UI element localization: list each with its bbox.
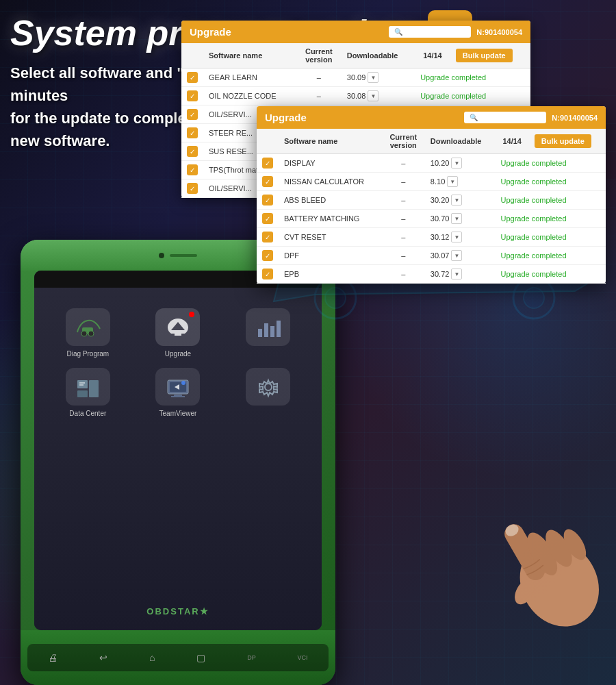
- dropdown-btn[interactable]: ▼: [451, 195, 462, 206]
- status-cell: Upgrade completed: [496, 173, 606, 191]
- dropdown-btn[interactable]: ▼: [451, 269, 462, 279]
- check-cell[interactable]: ✓: [257, 191, 279, 210]
- name-col-header-front: Software name: [279, 129, 382, 154]
- checkbox: ✓: [187, 109, 198, 120]
- check-cell[interactable]: ✓: [257, 173, 279, 191]
- check-cell[interactable]: ✓: [257, 228, 279, 247]
- check-cell[interactable]: ✓: [257, 247, 279, 265]
- downloadable-cell: 30.07▼: [425, 247, 496, 265]
- upgrade-title-front: Upgrade: [265, 112, 307, 123]
- device-id-front: N:901400054: [552, 114, 598, 122]
- checkbox: ✓: [262, 213, 273, 224]
- device-id-back: N:901400054: [476, 28, 522, 36]
- search-area-front: 🔍 N:901400054: [464, 112, 598, 123]
- app-item-datacenter[interactable]: Data Center: [48, 368, 128, 417]
- check-cell[interactable]: ✓: [181, 179, 203, 198]
- bulk-update-button-back[interactable]: Bulk update: [456, 49, 513, 62]
- check-col-header-front: [257, 129, 279, 154]
- search-area-back: 🔍 N:901400054: [389, 26, 522, 38]
- search-icon-front: 🔍: [470, 114, 478, 121]
- check-cell[interactable]: ✓: [181, 124, 203, 142]
- checkbox: ✓: [187, 164, 198, 175]
- dropdown-btn[interactable]: ▼: [368, 90, 378, 101]
- checkbox: ✓: [262, 158, 273, 169]
- download-col-header-back: Downloadable: [342, 43, 415, 68]
- software-name: NISSAN CALCULATOR: [279, 173, 382, 191]
- count-col-header-back: 14/14: [415, 43, 450, 68]
- device-camera: [159, 253, 164, 258]
- nav-print-icon[interactable]: 🖨: [48, 652, 57, 663]
- table-row: ✓ DISPLAY – 10.20▼ Upgrade completed: [257, 154, 606, 173]
- svg-point-6: [81, 331, 87, 336]
- nav-back-icon[interactable]: ↩: [99, 652, 107, 663]
- current-version: –: [296, 87, 342, 105]
- svg-point-3: [524, 288, 544, 308]
- check-cell[interactable]: ✓: [257, 210, 279, 228]
- svg-point-7: [88, 331, 94, 336]
- check-cell[interactable]: ✓: [181, 105, 203, 124]
- current-version: –: [296, 68, 342, 87]
- checkbox: ✓: [262, 250, 273, 261]
- upgrade-table-front: Software name Currentversion Downloadabl…: [257, 129, 606, 284]
- dropdown-btn[interactable]: ▼: [451, 250, 462, 261]
- checkbox: ✓: [187, 146, 198, 157]
- current-version: –: [382, 265, 425, 284]
- version-col-header-front: Currentversion: [382, 129, 425, 154]
- notification-dot: [189, 312, 194, 317]
- upgrade-title-back: Upgrade: [190, 26, 231, 38]
- table-row: ✓ CVT RESET – 30.12▼ Upgrade completed: [257, 228, 606, 247]
- check-cell[interactable]: ✓: [257, 154, 279, 173]
- software-name: EPB: [279, 265, 382, 284]
- dropdown-btn[interactable]: ▼: [451, 213, 462, 224]
- svg-rect-8: [175, 330, 181, 336]
- dropdown-btn[interactable]: ▼: [447, 176, 458, 187]
- app-label-upgrade: Upgrade: [165, 350, 191, 358]
- svg-rect-15: [89, 380, 99, 397]
- nav-recent-icon[interactable]: ▢: [196, 652, 205, 663]
- checkbox: ✓: [262, 232, 273, 242]
- search-box-back[interactable]: 🔍: [389, 26, 471, 38]
- dropdown-btn[interactable]: ▼: [368, 72, 378, 83]
- current-version: –: [382, 191, 425, 210]
- checkbox: ✓: [262, 176, 273, 187]
- status-cell: Upgrade completed: [496, 191, 606, 210]
- table-row: ✓ GEAR LEARN – 30.09▼ Upgrade completed: [181, 68, 530, 87]
- upgrade-header-front: Upgrade 🔍 N:901400054: [257, 106, 606, 129]
- check-cell[interactable]: ✓: [257, 265, 279, 284]
- status-cell: Upgrade completed: [496, 247, 606, 265]
- app-label-datacenter: Data Center: [69, 410, 106, 417]
- dropdown-btn[interactable]: ▼: [451, 232, 462, 242]
- search-box-front[interactable]: 🔍: [464, 112, 546, 123]
- check-cell[interactable]: ✓: [181, 68, 203, 87]
- nav-home-icon[interactable]: ⌂: [149, 652, 155, 663]
- check-cell[interactable]: ✓: [181, 161, 203, 179]
- current-version: –: [382, 247, 425, 265]
- downloadable-cell: 30.12▼: [425, 228, 496, 247]
- status-cell: Upgrade completed: [496, 210, 606, 228]
- bulk-col-header-back: Bulk update: [450, 43, 530, 68]
- app-item-settings[interactable]: [228, 368, 308, 417]
- software-name: ABS BLEED: [279, 191, 382, 210]
- current-version: –: [382, 154, 425, 173]
- bulk-update-button-front[interactable]: Bulk update: [535, 134, 591, 148]
- count-col-header-front: 14/14: [496, 129, 529, 154]
- current-version: –: [382, 210, 425, 228]
- app-item-upgrade[interactable]: Upgrade: [138, 308, 218, 358]
- software-name: CVT RESET: [279, 228, 382, 247]
- checkbox: ✓: [187, 72, 198, 83]
- app-label-teamviewer: TeamViewer: [159, 410, 197, 417]
- status-cell: Upgrade completed: [415, 87, 530, 105]
- svg-rect-13: [77, 380, 88, 388]
- check-cell[interactable]: ✓: [181, 142, 203, 161]
- dropdown-btn[interactable]: ▼: [451, 158, 462, 169]
- check-cell[interactable]: ✓: [181, 87, 203, 105]
- svg-rect-14: [77, 390, 88, 397]
- app-label-diag: Diag Program: [66, 350, 109, 358]
- app-item-diag[interactable]: Diag Program: [48, 308, 128, 358]
- app-item-teamviewer[interactable]: TeamViewer: [138, 368, 218, 417]
- nav-vci-label: VCI: [298, 654, 308, 661]
- app-icon-teamviewer: [155, 368, 200, 406]
- checkbox: ✓: [262, 269, 273, 279]
- svg-point-23: [265, 384, 272, 390]
- app-icon-upgrade: [155, 308, 200, 346]
